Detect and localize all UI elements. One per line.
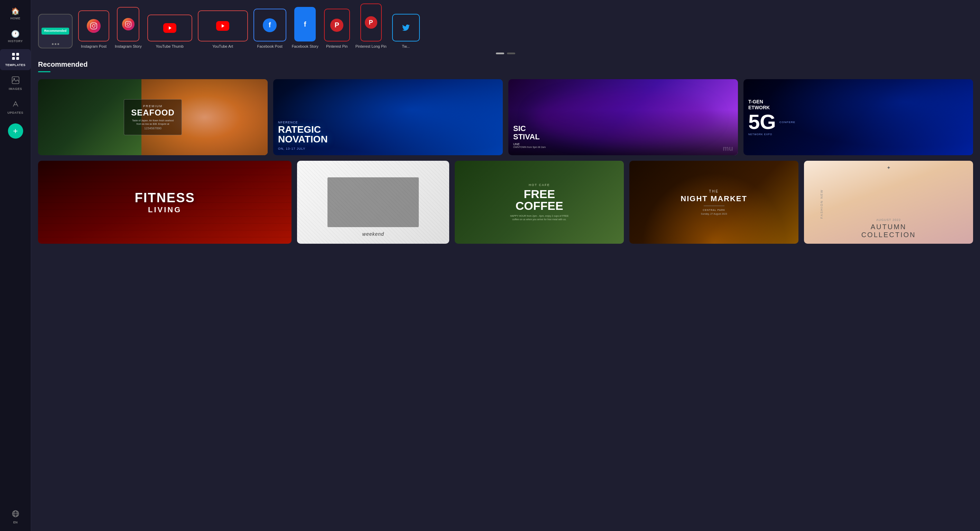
template-thumb-seafood[interactable]: PREMIUM SEAFOOD Taste of Japan. Air flow… xyxy=(38,79,268,155)
template-type-instagram-post[interactable]: Instagram Post xyxy=(78,10,109,48)
template-type-pinterest-long-pin[interactable]: P Pinterest Long Pin xyxy=(355,3,387,48)
updates-icon xyxy=(12,100,19,110)
template-type-youtube-art[interactable]: YouTube Art xyxy=(198,10,248,48)
history-icon: 🕐 xyxy=(11,30,20,38)
svg-rect-1 xyxy=(16,53,19,56)
pinterest-long-pin-box: P xyxy=(360,3,382,41)
svg-point-10 xyxy=(95,24,96,24)
recommended-dots xyxy=(52,43,59,45)
language-selector[interactable]: EN xyxy=(8,506,23,528)
facebook-post-box: f xyxy=(253,9,286,41)
template-thumb-strategic[interactable]: NFERENCE RATEGICNOVATION ON, 13-17 JULY xyxy=(273,79,503,155)
facebook-post-label: Facebook Post xyxy=(257,44,282,48)
instagram-post-box xyxy=(78,10,109,41)
svg-rect-2 xyxy=(12,57,15,60)
section-underline xyxy=(38,71,51,72)
globe-icon xyxy=(12,510,19,519)
svg-rect-3 xyxy=(16,57,19,60)
svg-point-9 xyxy=(92,25,95,27)
template-type-youtube-thumb[interactable]: YouTube Thumb xyxy=(147,14,192,48)
template-thumb-weekend[interactable]: weekend xyxy=(297,161,449,244)
instagram-post-label: Instagram Post xyxy=(81,44,107,48)
template-thumb-fitness[interactable]: FITNESS LIVING xyxy=(38,161,291,244)
template-type-strip: Recommended Instagram Post xyxy=(31,0,980,48)
template-thumb-night-market[interactable]: THE NIGHT MARKET CENTRAL PARK Sunday, 27… xyxy=(629,161,799,244)
facebook-story-label: Facebook Story xyxy=(292,44,318,48)
recommended-box: Recommended xyxy=(38,14,73,48)
template-type-recommended[interactable]: Recommended xyxy=(38,14,73,48)
svg-marker-15 xyxy=(222,24,224,28)
svg-point-13 xyxy=(130,22,130,23)
template-type-twitter[interactable]: Tw... xyxy=(392,14,420,48)
twitter-label: Tw... xyxy=(402,44,410,48)
sidebar-label-updates: UPDATES xyxy=(8,111,24,114)
youtube-art-label: YouTube Art xyxy=(212,44,233,48)
add-button[interactable]: + xyxy=(8,123,23,138)
sidebar-item-images[interactable]: IMAGES xyxy=(0,73,31,94)
sidebar-label-images: IMAGES xyxy=(9,87,22,91)
sidebar-label-templates: TEMPLATES xyxy=(5,63,25,67)
youtube-art-box xyxy=(198,10,248,41)
language-label: EN xyxy=(13,521,18,524)
main-content: Recommended Instagram Post xyxy=(31,0,980,531)
facebook-story-box: f xyxy=(294,7,316,41)
twitter-box xyxy=(392,14,420,41)
recommended-title: Recommended xyxy=(38,60,973,68)
sidebar-label-history: HISTORY xyxy=(8,40,23,43)
instagram-story-box xyxy=(117,7,139,41)
template-grid-row2: FITNESS LIVING weekend xyxy=(38,161,973,244)
template-thumb-free-coffee[interactable]: HOT CAFE FREECOFFEE HAPPY HOUR from 2pm … xyxy=(455,161,624,244)
svg-rect-0 xyxy=(12,53,15,56)
svg-point-12 xyxy=(127,23,129,25)
sidebar-item-history[interactable]: 🕐 HISTORY xyxy=(0,26,31,46)
recommended-section: Recommended PREMIUM SEAFOOD Taste of Jap… xyxy=(31,57,980,251)
youtube-thumb-label: YouTube Thumb xyxy=(156,44,183,48)
pinterest-pin-label: Pinterest Pin xyxy=(326,44,348,48)
recommended-badge: Recommended xyxy=(41,28,70,35)
templates-icon xyxy=(12,52,19,62)
images-icon xyxy=(12,76,19,86)
sidebar-item-updates[interactable]: UPDATES xyxy=(0,97,31,118)
template-type-pinterest-pin[interactable]: P Pinterest Pin xyxy=(324,9,350,48)
strip-dot-2[interactable] xyxy=(507,52,515,54)
template-thumb-autumn-collection[interactable]: ✦ FASHION NEW AUGUST 2022 AUTUMNCOLLECTI… xyxy=(804,161,973,244)
template-thumb-music-festival[interactable]: SICSTIVAL UNE OWNTOWN from 9pm till 2am … xyxy=(508,79,738,155)
sidebar-label-home: HOME xyxy=(10,17,21,20)
sidebar-item-home[interactable]: 🏠 HOME xyxy=(0,3,31,24)
template-grid-row1: PREMIUM SEAFOOD Taste of Japan. Air flow… xyxy=(38,79,973,155)
pinterest-pin-box: P xyxy=(324,9,350,41)
template-type-facebook-story[interactable]: f Facebook Story xyxy=(292,7,318,48)
template-type-instagram-story[interactable]: Instagram Story xyxy=(115,7,142,48)
strip-dot-1[interactable] xyxy=(496,52,504,54)
home-icon: 🏠 xyxy=(11,7,20,15)
youtube-thumb-box xyxy=(147,14,192,41)
template-type-facebook-post[interactable]: f Facebook Post xyxy=(253,9,286,48)
sidebar-item-templates[interactable]: TEMPLATES xyxy=(0,49,31,70)
strip-navigation-dots xyxy=(31,48,980,57)
svg-marker-14 xyxy=(169,26,172,30)
instagram-story-label: Instagram Story xyxy=(115,44,142,48)
pinterest-long-pin-label: Pinterest Long Pin xyxy=(355,44,387,48)
template-thumb-5g[interactable]: T-GENETWORK 5G CONFERE NETWORK EXPO xyxy=(743,79,973,155)
sidebar: 🏠 HOME 🕐 HISTORY TEMPLATES IMAGES xyxy=(0,0,31,531)
